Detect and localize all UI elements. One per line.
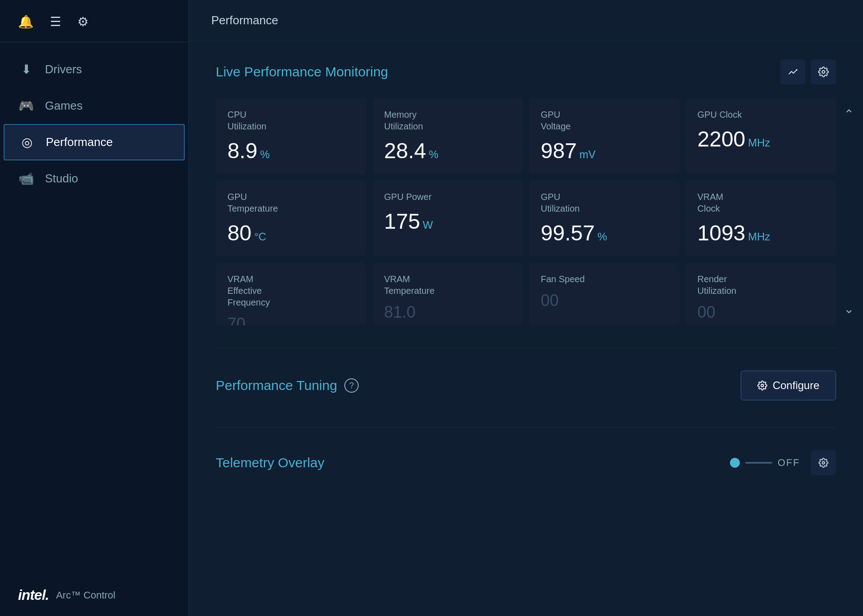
telemetry-row: Telemetry Overlay OFF <box>216 446 836 480</box>
metric-unit: mV <box>579 148 596 161</box>
performance-tuning-section: Performance Tuning ? Configure <box>216 366 836 405</box>
configure-label: Configure <box>773 379 819 392</box>
telemetry-controls: OFF <box>730 450 836 475</box>
tuning-title: Performance Tuning <box>216 378 337 393</box>
games-icon: 🎮 <box>18 98 34 113</box>
page-header: Performance <box>189 0 863 41</box>
svg-point-2 <box>822 461 825 464</box>
metric-unit: W <box>423 219 433 231</box>
page-title: Performance <box>211 13 278 27</box>
metric-gpu-voltage: GPUVoltage 987 mV <box>529 98 680 174</box>
sidebar-item-label: Games <box>45 99 83 113</box>
notification-icon[interactable]: 🔔 <box>18 14 34 29</box>
metric-cpu-utilization: CPUUtilization 8.9 % <box>216 98 366 174</box>
metric-label: MemoryUtilization <box>384 109 512 132</box>
chart-button[interactable] <box>780 59 805 84</box>
metric-label: RenderUtilization <box>698 273 825 297</box>
metric-value: 2200 MHz <box>698 127 825 151</box>
sidebar-item-performance[interactable]: ◎ Performance <box>4 124 185 160</box>
svg-point-1 <box>761 384 764 387</box>
sidebar-footer: intel. Arc™ Control <box>0 574 188 616</box>
metric-value: 00 <box>541 291 668 310</box>
metric-value: 99.57 % <box>541 221 668 245</box>
metric-gpu-utilization: GPUUtilization 99.57 % <box>529 180 680 256</box>
performance-icon: ◎ <box>19 135 35 150</box>
metric-value: 1093 MHz <box>698 221 825 245</box>
metrics-row-3: VRAMEffectiveFrequency 70 VRAMTemperatur… <box>216 262 836 325</box>
sidebar: 🔔 ☰ ⚙ ⬇ Drivers 🎮 Games ◎ Performance 📹 … <box>0 0 189 616</box>
help-icon[interactable]: ? <box>344 378 359 393</box>
toggle-dot <box>730 458 740 468</box>
intel-logo: intel. <box>18 587 49 603</box>
metric-render-utilization: RenderUtilization 00 <box>686 262 836 325</box>
metric-value: 8.9 % <box>227 138 355 163</box>
metric-value: 81.0 <box>384 303 512 322</box>
metric-vram-effective-freq: VRAMEffectiveFrequency 70 <box>216 262 366 325</box>
toggle-track <box>745 462 772 464</box>
toggle-control[interactable]: OFF <box>730 457 800 469</box>
metric-label: GPUUtilization <box>541 191 668 214</box>
telemetry-settings-button[interactable] <box>811 450 836 475</box>
tuning-left: Performance Tuning ? <box>216 378 359 393</box>
metric-label: GPUVoltage <box>541 109 668 132</box>
live-monitoring-title: Live Performance Monitoring <box>216 64 388 80</box>
sidebar-nav: ⬇ Drivers 🎮 Games ◎ Performance 📹 Studio <box>0 42 188 574</box>
tuning-row: Performance Tuning ? Configure <box>216 366 836 405</box>
sidebar-item-drivers[interactable]: ⬇ Drivers <box>0 51 188 88</box>
menu-icon[interactable]: ☰ <box>50 14 61 29</box>
metric-label: GPU Power <box>384 191 512 203</box>
intel-product: Arc™ Control <box>56 589 116 601</box>
metric-gpu-temperature: GPUTemperature 80 °C <box>216 180 366 256</box>
telemetry-section: Telemetry Overlay OFF <box>216 446 836 480</box>
metric-label: VRAMClock <box>698 191 825 214</box>
metric-gpu-clock: GPU Clock 2200 MHz <box>686 98 836 174</box>
metric-value: 987 mV <box>541 138 668 163</box>
metric-value: 175 W <box>384 209 512 234</box>
metric-fan-speed: Fan Speed 00 <box>529 262 680 325</box>
sidebar-item-label: Drivers <box>45 62 82 76</box>
metric-unit: % <box>260 148 270 161</box>
svg-point-0 <box>822 71 825 73</box>
settings-icon[interactable]: ⚙ <box>77 14 89 29</box>
toggle-state: OFF <box>778 457 800 469</box>
metric-value: 28.4 % <box>384 138 512 163</box>
studio-icon: 📹 <box>18 171 34 186</box>
metrics-container: CPUUtilization 8.9 % MemoryUtilization 2… <box>216 98 836 325</box>
metrics-row-2: GPUTemperature 80 °C GPU Power 175 W <box>216 180 836 256</box>
sidebar-item-studio[interactable]: 📹 Studio <box>0 160 188 197</box>
metric-vram-temperature: VRAMTemperature 81.0 <box>373 262 523 325</box>
live-monitoring-section: Live Performance Monitoring <box>216 59 836 325</box>
scroll-up-button[interactable]: ⌃ <box>844 107 854 122</box>
metric-label: VRAMTemperature <box>384 273 512 297</box>
section-divider <box>216 348 836 348</box>
metric-unit: % <box>597 230 607 243</box>
metric-unit: °C <box>254 230 266 243</box>
metric-vram-clock: VRAMClock 1093 MHz <box>686 180 836 256</box>
main-body: Live Performance Monitoring <box>189 41 863 616</box>
metric-unit: MHz <box>748 230 770 243</box>
metric-value: 80 °C <box>227 221 355 245</box>
metric-label: VRAMEffectiveFrequency <box>227 273 355 308</box>
metrics-row-1: CPUUtilization 8.9 % MemoryUtilization 2… <box>216 98 836 174</box>
metric-unit: % <box>429 148 438 161</box>
sidebar-item-label: Performance <box>46 135 113 149</box>
metric-gpu-power: GPU Power 175 W <box>373 180 523 256</box>
metric-label: CPUUtilization <box>227 109 355 132</box>
metric-value: 00 <box>698 303 825 322</box>
telemetry-title: Telemetry Overlay <box>216 455 325 470</box>
section-header: Live Performance Monitoring <box>216 59 836 84</box>
sidebar-item-games[interactable]: 🎮 Games <box>0 88 188 124</box>
configure-button[interactable]: Configure <box>741 371 836 400</box>
sidebar-item-label: Studio <box>45 172 78 186</box>
metric-memory-utilization: MemoryUtilization 28.4 % <box>373 98 523 174</box>
monitoring-settings-button[interactable] <box>811 59 836 84</box>
drivers-icon: ⬇ <box>18 62 34 77</box>
metric-label: Fan Speed <box>541 273 668 285</box>
metric-value: 70 <box>227 315 355 325</box>
metric-label: GPUTemperature <box>227 191 355 214</box>
scroll-down-button[interactable]: ⌄ <box>844 301 854 316</box>
section-actions <box>780 59 836 84</box>
section-divider-2 <box>216 427 836 428</box>
main-content: Performance Live Performance Monitoring <box>189 0 863 616</box>
metric-label: GPU Clock <box>698 109 825 120</box>
